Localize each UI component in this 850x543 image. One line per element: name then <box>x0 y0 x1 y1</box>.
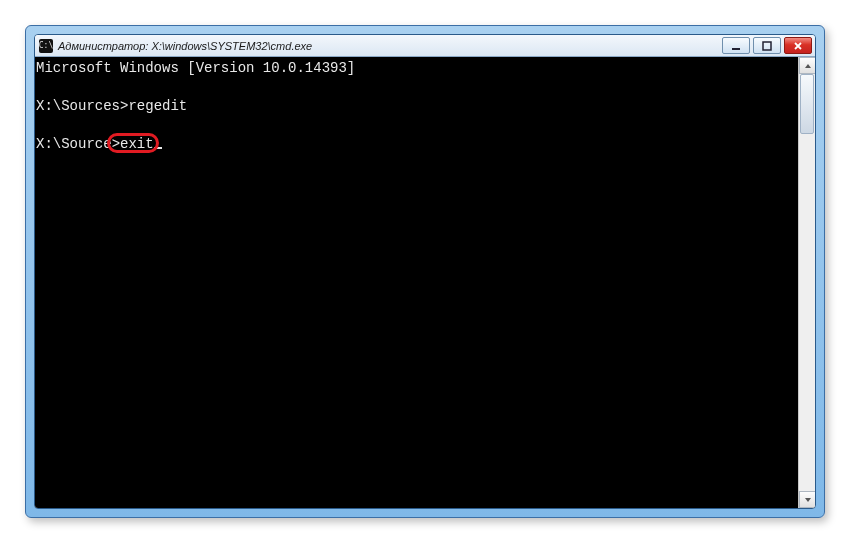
maximize-icon <box>762 41 772 51</box>
scrollbar-track[interactable] <box>799 74 815 491</box>
svg-rect-1 <box>763 42 771 50</box>
vertical-scrollbar[interactable] <box>798 57 815 508</box>
close-icon <box>793 41 803 51</box>
svg-rect-0 <box>732 48 740 50</box>
scroll-up-button[interactable] <box>799 57 816 74</box>
scrollbar-thumb[interactable] <box>800 74 814 134</box>
console-output[interactable]: Microsoft Windows [Version 10.0.14393] X… <box>35 57 798 508</box>
text-cursor <box>154 147 162 149</box>
cmd-window: C:\ Администратор: X:\windows\SYSTEM32\c… <box>34 34 816 509</box>
close-button[interactable] <box>784 37 812 54</box>
chevron-down-icon <box>804 496 812 504</box>
prompt-1: X:\Sources> <box>36 98 128 114</box>
prompt-2-left: X:\Source <box>36 136 112 152</box>
version-line: Microsoft Windows [Version 10.0.14393] <box>36 60 355 76</box>
chevron-up-icon <box>804 62 812 70</box>
maximize-button[interactable] <box>753 37 781 54</box>
command-1: regedit <box>128 98 187 114</box>
aero-frame: C:\ Администратор: X:\windows\SYSTEM32\c… <box>25 25 825 518</box>
console-area: Microsoft Windows [Version 10.0.14393] X… <box>35 57 815 508</box>
cmd-icon: C:\ <box>39 39 53 53</box>
prompt-2-right: > <box>112 136 120 152</box>
command-2: exit <box>120 136 154 152</box>
scroll-down-button[interactable] <box>799 491 816 508</box>
window-title: Администратор: X:\windows\SYSTEM32\cmd.e… <box>58 40 312 52</box>
minimize-icon <box>731 41 741 51</box>
titlebar[interactable]: C:\ Администратор: X:\windows\SYSTEM32\c… <box>35 35 815 57</box>
minimize-button[interactable] <box>722 37 750 54</box>
window-controls <box>722 37 813 54</box>
